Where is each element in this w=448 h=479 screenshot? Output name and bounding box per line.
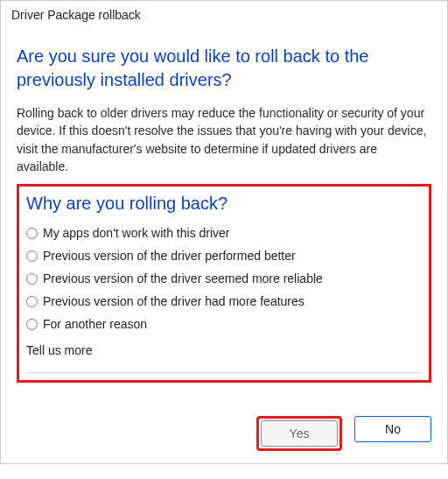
reason-label[interactable]: My apps don't work with this driver (43, 226, 230, 240)
reason-option[interactable]: My apps don't work with this driver (26, 226, 422, 240)
reason-option[interactable]: Previous version of the driver performed… (26, 249, 422, 263)
reason-label[interactable]: Previous version of the driver performed… (43, 249, 296, 263)
reason-headline: Why are you rolling back? (26, 194, 422, 214)
reason-radio[interactable] (26, 319, 38, 330)
reason-label[interactable]: Previous version of the driver had more … (43, 294, 304, 308)
reason-label[interactable]: Previous version of the driver seemed mo… (43, 271, 323, 285)
tell-us-more-label: Tell us more (26, 343, 422, 357)
window-title: Driver Package rollback (1, 1, 447, 27)
tell-us-more-input[interactable] (26, 361, 422, 373)
yes-button[interactable]: Yes (261, 420, 338, 447)
dialog-window: Driver Package rollback Are you sure you… (0, 0, 448, 464)
warning-text: Rolling back to older drivers may reduce… (17, 104, 431, 175)
reason-option[interactable]: Previous version of the driver seemed mo… (26, 271, 422, 285)
confirm-headline: Are you sure you would like to roll back… (17, 45, 431, 92)
reason-section-highlight: Why are you rolling back? My apps don't … (17, 184, 431, 383)
no-button[interactable]: No (354, 416, 431, 442)
yes-button-highlight: Yes (256, 416, 342, 451)
reason-radio[interactable] (26, 228, 38, 239)
reason-option[interactable]: Previous version of the driver had more … (26, 294, 422, 308)
dialog-button-row: Yes No (1, 398, 447, 463)
dialog-content: Are you sure you would like to roll back… (1, 27, 447, 398)
reason-radio[interactable] (26, 273, 38, 285)
reason-radio[interactable] (26, 250, 38, 262)
reason-radio-group: My apps don't work with this driver Prev… (26, 226, 422, 331)
reason-option[interactable]: For another reason (26, 317, 422, 331)
reason-radio[interactable] (26, 296, 38, 307)
reason-label[interactable]: For another reason (43, 317, 147, 331)
